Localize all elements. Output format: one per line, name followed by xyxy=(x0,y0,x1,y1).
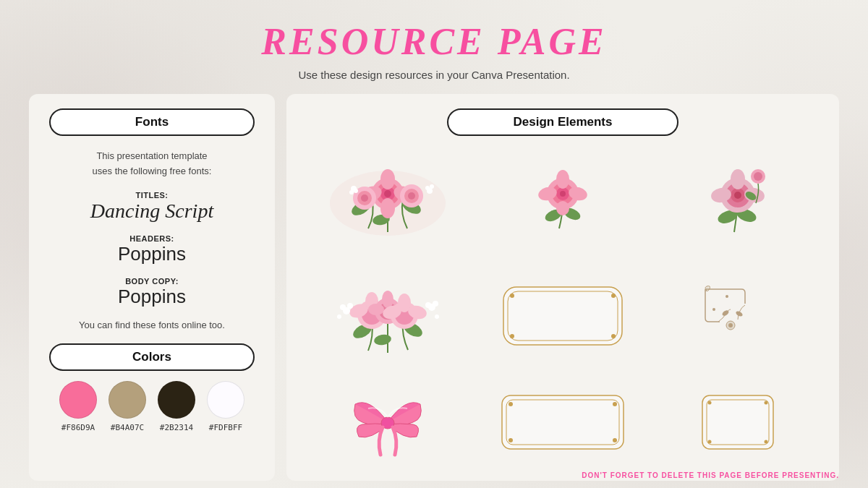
svg-point-10 xyxy=(380,169,395,189)
color-circle xyxy=(207,381,244,419)
svg-point-89 xyxy=(509,438,513,442)
svg-point-77 xyxy=(611,334,616,338)
svg-point-32 xyxy=(556,170,569,189)
svg-point-22 xyxy=(430,184,434,189)
headers-font-name: Poppins xyxy=(49,243,255,265)
svg-point-39 xyxy=(734,192,741,199)
color-hex-label: #FDFBFF xyxy=(209,423,242,432)
svg-point-56 xyxy=(368,304,384,315)
svg-point-42 xyxy=(731,169,745,189)
svg-rect-85 xyxy=(502,395,624,449)
main-content: Fonts This presentation template uses th… xyxy=(29,94,839,481)
footer-note: DON'T FORGET TO DELETE THIS PAGE BEFORE … xyxy=(582,471,839,479)
color-swatch-item: #FDFBFF xyxy=(207,381,244,432)
element-bow xyxy=(304,378,472,466)
svg-point-20 xyxy=(354,189,358,193)
body-label: BODY COPY: xyxy=(49,277,255,286)
svg-point-17 xyxy=(408,192,415,200)
svg-point-90 xyxy=(613,438,617,442)
svg-point-95 xyxy=(708,440,712,444)
svg-point-69 xyxy=(425,302,431,308)
svg-point-78 xyxy=(712,308,715,311)
page-title: RESOURCE PAGE xyxy=(261,20,606,63)
color-circle xyxy=(158,381,195,419)
headers-font-entry: HEADERS: Poppins xyxy=(49,234,255,265)
svg-point-79 xyxy=(726,295,728,298)
svg-point-76 xyxy=(510,334,514,338)
svg-point-14 xyxy=(361,194,368,202)
element-ornate-corner xyxy=(654,262,822,372)
element-frame-bottom-large xyxy=(479,378,647,466)
svg-point-88 xyxy=(613,402,617,406)
element-frame-top xyxy=(479,262,647,372)
element-rose-1 xyxy=(479,145,647,254)
color-swatch-item: #B4A07C xyxy=(109,381,146,432)
svg-point-7 xyxy=(384,190,391,197)
svg-point-71 xyxy=(435,314,439,319)
color-swatch-item: #2B2314 xyxy=(158,381,195,432)
page-subtitle: Use these design resources in your Canva… xyxy=(298,69,569,81)
svg-point-75 xyxy=(611,294,616,298)
right-panel: Design Elements xyxy=(286,94,839,481)
color-hex-label: #2B2314 xyxy=(160,423,193,432)
body-font-entry: BODY COPY: Poppins xyxy=(49,277,255,308)
svg-point-83 xyxy=(728,323,733,328)
fonts-header: Fonts xyxy=(49,108,255,136)
svg-rect-72 xyxy=(503,287,622,345)
frame-top-svg xyxy=(498,281,628,351)
rose-2-svg xyxy=(702,163,774,236)
element-flower-bouquet-large xyxy=(304,145,472,254)
svg-point-11 xyxy=(380,198,395,218)
headers-label: HEADERS: xyxy=(49,234,255,243)
page-wrapper: RESOURCE PAGE Use these design resources… xyxy=(0,0,868,488)
frame-bottom-small-svg xyxy=(698,391,778,453)
svg-point-96 xyxy=(765,440,768,444)
frame-bottom-large-svg xyxy=(498,391,628,453)
color-circle xyxy=(59,381,97,419)
bow-svg xyxy=(348,382,427,462)
svg-point-70 xyxy=(337,314,341,319)
flower-bouquet-2-svg xyxy=(325,275,451,358)
svg-point-29 xyxy=(560,191,566,197)
elements-grid xyxy=(304,145,822,466)
svg-point-19 xyxy=(349,190,354,194)
color-circle xyxy=(109,381,146,419)
svg-point-44 xyxy=(754,172,762,181)
flower-bouquet-large-svg xyxy=(325,156,451,243)
colors-header: Colors xyxy=(49,343,255,371)
svg-point-33 xyxy=(556,201,569,215)
body-font-name: Poppins xyxy=(49,286,255,308)
colors-section: Colors #F86D9A#B4A07C#2B2314#FDFBFF xyxy=(49,343,255,432)
fonts-description: This presentation template uses the foll… xyxy=(49,149,255,179)
svg-point-81 xyxy=(735,310,744,317)
ornate-corner-svg xyxy=(698,282,778,351)
svg-point-66 xyxy=(347,303,353,309)
svg-point-23 xyxy=(425,186,430,190)
svg-point-65 xyxy=(340,304,346,310)
svg-rect-91 xyxy=(702,395,773,449)
element-rose-2 xyxy=(654,145,822,254)
color-hex-label: #B4A07C xyxy=(111,423,144,432)
svg-point-93 xyxy=(708,401,712,405)
color-hex-label: #F86D9A xyxy=(61,423,95,432)
svg-point-94 xyxy=(765,401,768,405)
element-frame-bottom-small xyxy=(654,378,822,466)
font-note: You can find these fonts online too. xyxy=(49,320,255,330)
svg-point-58 xyxy=(382,291,393,308)
element-flower-bouquet-2 xyxy=(304,262,472,372)
design-elements-header: Design Elements xyxy=(447,108,678,136)
svg-point-74 xyxy=(510,294,514,298)
svg-point-48 xyxy=(373,333,391,346)
titles-label: TITLES: xyxy=(49,191,255,200)
svg-point-87 xyxy=(509,402,513,406)
svg-point-63 xyxy=(398,294,411,312)
titles-font-name: Dancing Script xyxy=(49,200,255,223)
left-panel: Fonts This presentation template uses th… xyxy=(29,94,275,481)
svg-point-68 xyxy=(433,301,438,307)
rose-1-svg xyxy=(530,163,595,236)
color-swatches: #F86D9A#B4A07C#2B2314#FDFBFF xyxy=(49,381,255,432)
titles-font-entry: TITLES: Dancing Script xyxy=(49,191,255,223)
color-swatch-item: #F86D9A xyxy=(59,381,97,432)
